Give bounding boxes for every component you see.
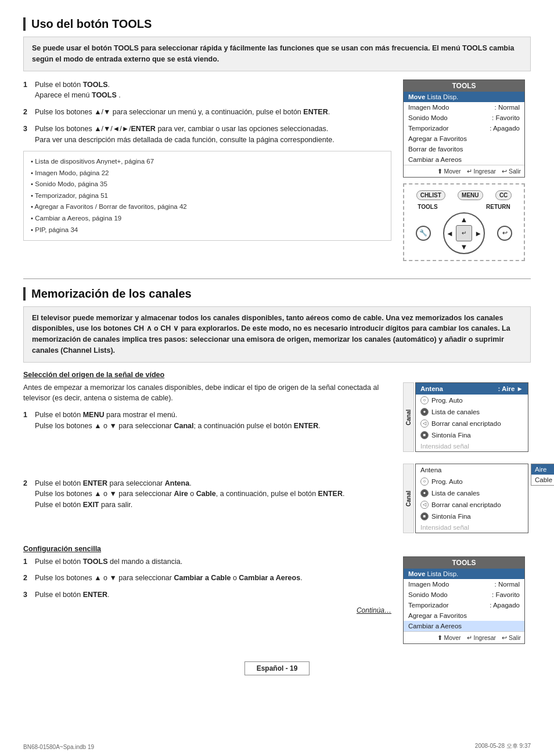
- tools-menu-item-lista: Move Lista Disp.: [404, 92, 524, 102]
- tools2-imagen-value: : Normal: [495, 581, 520, 588]
- tools-footer-ingresar: ↵ Ingresar: [467, 168, 496, 175]
- canal-item-prog: ○ Prog. Auto: [416, 395, 528, 406]
- canal-item-borrar: ◁ Borrar canal encriptado: [416, 418, 528, 429]
- canal-item-intensidad: Intensidad señal: [416, 441, 528, 451]
- canal-menu2: Antena ○ Prog. Auto ● Lista de canales: [415, 464, 528, 533]
- sintonia-icon2: ■: [420, 512, 429, 520]
- tools2-agregar-label: Agregar a Favoritos: [408, 612, 467, 619]
- tools-item-value: : Normal: [495, 104, 520, 111]
- tools-menu-item-cambiar: Cambiar a Aereos: [404, 154, 524, 165]
- section1-content: 1 Pulse el botón TOOLS. Aparece el menú …: [23, 79, 531, 261]
- tools2-item-imagen: Imagen Modo : Normal: [404, 579, 524, 589]
- tools-menu-item-borrar: Borrar de favoritos: [404, 144, 524, 154]
- s2-step1-text: Pulse el botón MENU para mostrar el menú…: [35, 410, 321, 432]
- return-label: RETURN: [486, 204, 510, 210]
- tools2-item-lista: Move Lista Disp.: [404, 569, 524, 579]
- subsection1-content: Antes de empezar a memorizar los canales…: [23, 382, 531, 533]
- subsection2-text-col: 1 Pulse el botón TOOLS del mando a dista…: [23, 556, 391, 644]
- section2-title: Memorización de los canales: [31, 287, 192, 300]
- s2b-step1: 1 Pulse el botón TOOLS del mando a dista…: [23, 556, 391, 567]
- tools2-sonido-value: : Favorito: [492, 591, 520, 598]
- nav-circle: ▲ ▼ ◄ ► ↵: [443, 212, 485, 254]
- subsection1-intro: Antes de empezar a memorizar los canales…: [23, 382, 391, 404]
- remote-widget: CHLIST MENU CC TOOLS RETURN 🔧: [403, 183, 525, 261]
- prog-icon: ○: [420, 396, 429, 404]
- canal-antena-label: Antena: [420, 385, 443, 392]
- bullet-item: • PIP, página 34: [31, 225, 384, 236]
- bullet-item: • Cambiar a Aereos, página 19: [31, 213, 384, 225]
- return-icon[interactable]: ↩: [497, 226, 512, 241]
- tools2-cambiar-label: Cambiar a Aereos: [408, 623, 462, 630]
- tools2-imagen-label: Imagen Modo: [408, 581, 449, 588]
- canal-item-sintonia2: ■ Sintonía Fina: [416, 511, 528, 522]
- tools2-lista-label: Move Lista Disp.: [408, 570, 458, 577]
- s2-step1-num: 1: [23, 410, 30, 432]
- tools-menu-item-sonido: Sonido Modo : Favorito: [404, 113, 524, 123]
- canal-label2: Canal: [403, 464, 414, 533]
- submenu-popup: Aire Cable: [531, 464, 554, 486]
- tools-footer-salir: ↩ Salir: [502, 168, 521, 175]
- section1-title: Uso del botón TOOLS: [31, 17, 152, 30]
- step2-text: Pulse los botones ▲/▼ para seleccionar u…: [35, 107, 330, 118]
- nav-down[interactable]: ▼: [461, 243, 468, 251]
- canal-item-intensidad2: Intensidad señal: [416, 522, 528, 533]
- nav-up[interactable]: ▲: [461, 215, 468, 224]
- canal-menu1-container: Canal Antena : Aire ► ○ Prog. Auto: [403, 382, 531, 452]
- subsection2-img-col: TOOLS Move Lista Disp. Imagen Modo : Nor…: [403, 556, 531, 644]
- canal-item-lista: ● Lista de canales: [416, 406, 528, 418]
- subsection2: Configuración sencilla 1 Pulse el botón …: [23, 545, 531, 644]
- bullet-item: • Imagen Modo, página 22: [31, 168, 384, 179]
- tools-menu-title: TOOLS: [404, 80, 524, 92]
- s2b-step1-num: 1: [23, 556, 30, 567]
- subsection1-img-col: Canal Antena : Aire ► ○ Prog. Auto: [403, 382, 531, 533]
- canal-item-borrar2: ◁ Borrar canal encriptado: [416, 499, 528, 511]
- s2b-step2-num: 2: [23, 573, 30, 584]
- page: Uso del botón TOOLS Se puede usar el bot…: [0, 0, 554, 756]
- bullet-item: • Lista de dispositivos Anynet+, página …: [31, 156, 384, 168]
- bullet-item: • Temporizador, página 51: [31, 190, 384, 202]
- submenu-cable: Cable: [531, 475, 554, 485]
- file-info: BN68-01580A~Spa.indb 19: [23, 744, 94, 750]
- chlist-btn[interactable]: CHLIST: [416, 190, 445, 200]
- footer-center: Español - 19: [23, 661, 531, 675]
- remote-middle-row: TOOLS RETURN: [410, 204, 518, 210]
- borrar-icon: ◁: [420, 419, 429, 428]
- bullet-list: • Lista de dispositivos Anynet+, página …: [23, 151, 391, 241]
- tools2-temp-value: : Apagado: [490, 602, 520, 609]
- step3-text: Pulse los botones ▲/▼/◄/►/ENTER para ver…: [35, 124, 334, 146]
- tools2-menu-footer: ⬆ Mover ↵ Ingresar ↩ Salir: [404, 631, 524, 643]
- enter-btn[interactable]: ↵: [456, 225, 472, 241]
- section-divider: [23, 278, 531, 279]
- canal-label1: Canal: [403, 382, 414, 452]
- section1-intro: Se puede usar el botón TOOLS para selecc…: [23, 37, 531, 71]
- menu-btn[interactable]: MENU: [458, 190, 483, 200]
- nav-left[interactable]: ◄: [446, 229, 454, 237]
- tools2-item-temp: Temporizador : Apagado: [404, 600, 524, 610]
- nav-right[interactable]: ►: [474, 229, 482, 237]
- section-tools: Uso del botón TOOLS Se puede usar el bot…: [23, 17, 531, 261]
- tools-item-label: Borrar de favoritos: [408, 146, 463, 153]
- s2-step1: 1 Pulse el botón MENU para mostrar el me…: [23, 410, 391, 432]
- section2-header: Memorización de los canales: [23, 287, 531, 301]
- canal-antena-row2: Antena: [416, 464, 528, 476]
- canal-antena-label2: Antena: [420, 466, 441, 473]
- date-info: 2008-05-28 오후 9:37: [475, 742, 531, 750]
- step2: 2 Pulse los botones ▲/▼ para seleccionar…: [23, 107, 391, 118]
- section1-img-col: TOOLS Move Lista Disp. Imagen Modo : Nor…: [403, 79, 531, 261]
- section2-intro: El televisor puede memorizar y almacenar…: [23, 306, 531, 363]
- tools-item-label: Sonido Modo: [408, 114, 448, 121]
- subsection1: Selección del origen de la señal de víde…: [23, 371, 531, 533]
- tools2-sonido-label: Sonido Modo: [408, 591, 448, 598]
- s2b-step3-num: 3: [23, 589, 30, 601]
- tools2-item-agregar: Agregar a Favoritos: [404, 610, 524, 621]
- borrar-icon2: ◁: [420, 501, 429, 509]
- step2-num: 2: [23, 107, 30, 118]
- tools-footer-mover: ⬆ Mover: [437, 168, 461, 175]
- canal-menu1: Antena : Aire ► ○ Prog. Auto ● Lista de …: [415, 382, 528, 452]
- section1-text-col: 1 Pulse el botón TOOLS. Aparece el menú …: [23, 79, 391, 261]
- tools-menu-footer: ⬆ Mover ↵ Ingresar ↩ Salir: [404, 165, 524, 177]
- canal-antena-value: : Aire ►: [498, 385, 523, 392]
- s2-step2-text: Pulse el botón ENTER para seleccionar An…: [35, 478, 344, 511]
- tools-icon[interactable]: 🔧: [416, 226, 431, 241]
- cc-btn[interactable]: CC: [495, 190, 512, 200]
